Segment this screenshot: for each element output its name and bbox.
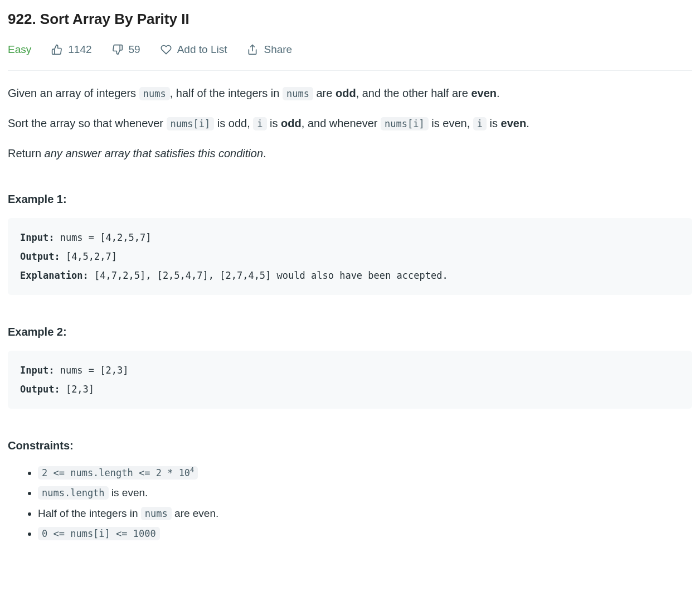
desc-paragraph-2: Sort the array so that whenever nums[i] … — [8, 114, 692, 132]
inline-code: 2 <= nums.length <= 2 * 104 — [38, 466, 198, 480]
like-button[interactable]: 1142 — [51, 41, 91, 58]
meta-row: Easy 1142 59 Add to List Share — [8, 41, 692, 71]
inline-code: nums — [283, 87, 313, 100]
constraint-item: 0 <= nums[i] <= 1000 — [38, 525, 692, 542]
heart-icon — [161, 44, 172, 55]
constraint-item: nums.length is even. — [38, 485, 692, 501]
like-count: 1142 — [68, 41, 91, 58]
share-button[interactable]: Share — [247, 41, 292, 58]
inline-code: i — [253, 117, 266, 130]
example-2-block: Input: nums = [2,3] Output: [2,3] — [8, 351, 692, 409]
problem-description: Given an array of integers nums, half of… — [8, 84, 692, 162]
inline-code: nums — [139, 87, 170, 100]
inline-code: nums[i] — [167, 117, 215, 130]
dislike-count: 59 — [129, 41, 140, 58]
constraint-item: 2 <= nums.length <= 2 * 104 — [38, 464, 692, 481]
add-to-list-label: Add to List — [177, 41, 227, 58]
inline-code: 0 <= nums[i] <= 1000 — [38, 527, 160, 540]
desc-paragraph-1: Given an array of integers nums, half of… — [8, 84, 692, 102]
inline-code: nums[i] — [381, 117, 429, 130]
constraint-item: Half of the integers in nums are even. — [38, 505, 692, 522]
example-2-heading: Example 2: — [8, 323, 692, 341]
example-1-heading: Example 1: — [8, 190, 692, 208]
inline-code: nums — [141, 507, 172, 520]
add-to-list-button[interactable]: Add to List — [161, 41, 227, 58]
inline-code: nums.length — [38, 486, 109, 500]
inline-code: i — [473, 117, 487, 130]
thumbs-down-icon — [112, 44, 123, 55]
constraints-heading: Constraints: — [8, 437, 692, 454]
constraints-list: 2 <= nums.length <= 2 * 104 nums.length … — [8, 464, 692, 543]
share-label: Share — [264, 41, 292, 58]
problem-title: 922. Sort Array By Parity II — [8, 8, 692, 31]
thumbs-up-icon — [51, 44, 62, 55]
share-icon — [247, 44, 258, 55]
example-1-block: Input: nums = [4,2,5,7] Output: [4,5,2,7… — [8, 218, 692, 295]
dislike-button[interactable]: 59 — [112, 41, 140, 58]
desc-paragraph-3: Return any answer array that satisfies t… — [8, 144, 692, 162]
difficulty-label: Easy — [8, 41, 31, 58]
